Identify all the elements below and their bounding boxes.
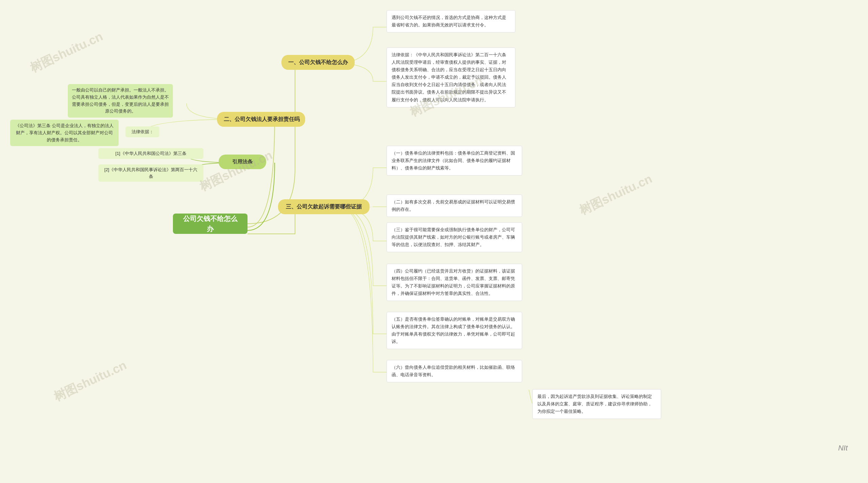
branch4-text2: （二）如有多次交易，先前交易形成的证据材料可以证明交易惯例的存在。 [387, 195, 522, 217]
branch1-text2: 法律依据：《中华人民共和国民事诉讼法》第二百一十六条 人民法院受理申请后，经审查… [387, 47, 515, 107]
branch4-text5: （五）是否有债务单位签章确认的对账单，对账单是交易双方确认账务的法律文件。其在法… [387, 312, 522, 349]
branch4-text4: （四）公司履约（已经送货并且对方收货）的证据材料，该证据材料包括但不限于：合同、… [387, 264, 522, 301]
branch4-text1: （一）债务单位的法律资料包括：债务单位的工商登记资料、国业务联系产生的法律文件（… [387, 146, 522, 176]
watermark1: 树图shuitu.cn [27, 28, 106, 76]
branch4-text3: （三）鉴于很可能需要保全或强制执行债务单位的财产，公司可向法院提供其财产线索，如… [387, 222, 522, 252]
branch2-node: 二、公司欠钱法人要承担责任吗 [217, 112, 305, 127]
branch4-text7: 最后，因为起诉追产货款涉及到证据收集、诉讼策略的制定以及具体的立案、庭审、质证程… [532, 389, 661, 419]
branch2-law-label: 法律依据： [125, 126, 159, 137]
branch4-node: 三、公司欠款起诉需要哪些证据 [278, 199, 370, 214]
branch4-text6: （六）曾向债务人单位追偿货款的相关材料，比如催款函、联络函、电话录音等资料。 [387, 360, 522, 382]
bottom-right-label: NIt [838, 444, 848, 452]
law-item1: [1]《中华人民共和国公司法》第三条 [98, 148, 203, 159]
center-node: 公司欠钱不给怎么办 [173, 214, 248, 234]
mind-map: 公司欠钱不给怎么办 一、公司欠钱不给怎么办 遇到公司欠钱不还的情况，首选的方式是… [0, 0, 868, 483]
branch3-node: 引用法条 [219, 155, 266, 169]
watermark4: 树图shuitu.cn [577, 170, 655, 219]
law-item2: [2]《中华人民共和国民事诉讼法》第两百一十六条 [98, 164, 203, 182]
watermark2: 树图shuitu.cn [197, 147, 275, 195]
watermark5: 树图shuitu.cn [51, 357, 130, 405]
branch1-text1: 遇到公司欠钱不还的情况，首选的方式是协商，这种方式是最省时省力的。如果协商无效的… [387, 10, 515, 33]
branch2-sub1: 一般由公司以自己的财产承担。一般法人不承担。公司具有独立人格，法人代表如果作为自… [68, 84, 173, 118]
branch1-node: 一、公司欠钱不给怎么办 [281, 55, 355, 70]
branch2-sub2: 《公司法》第三条 公司是企业法人，有独立的法人财产，享有法人财产权。公司以其全部… [10, 120, 119, 146]
